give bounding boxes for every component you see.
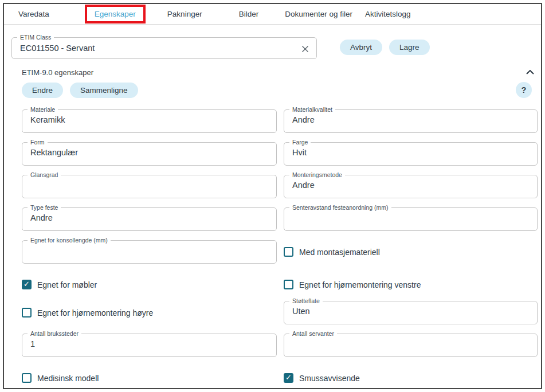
field-label: Antall servanter [289, 330, 337, 338]
field-value: Andre [30, 213, 53, 222]
field-label: Senteravstand festeanordning (mm) [289, 204, 391, 211]
field-label: Materialkvalitet [289, 106, 335, 113]
etim-class-field[interactable]: ETIM Class EC011550 - Servant [11, 37, 317, 59]
antall-servanter-field[interactable]: Antall servanter [284, 334, 538, 357]
field-value: Keramikk [30, 115, 65, 124]
checkbox-medisinsk-modell[interactable]: Medisinsk modell [22, 366, 277, 389]
tab-bar: Varedata Egenskaper Pakninger Bilder Dok… [4, 4, 541, 25]
checkbox-hjornemontering-hoyre[interactable]: Egnet for hjørnemontering høyre [22, 301, 277, 324]
konsollengde-field[interactable]: Egnet for konsollengde (mm) [22, 240, 277, 264]
etim-class-value: EC011550 - Servant [20, 44, 95, 53]
checkbox-label: Medisinsk modell [37, 374, 99, 383]
field-label: Type feste [28, 204, 61, 211]
checkbox-icon [284, 280, 293, 289]
field-value: Uten [292, 307, 310, 316]
form-field[interactable]: Form Rektangulær [22, 142, 277, 166]
form-row: Egnet for konsollengde (mm) Med montasje… [22, 240, 538, 264]
etim-class-label: ETIM Class [17, 34, 54, 41]
field-label: Monteringsmetode [289, 171, 345, 179]
checkbox-label: Smussavvisende [299, 374, 360, 383]
tab-varedata[interactable]: Varedata [18, 10, 49, 18]
tab-pakninger[interactable]: Pakninger [167, 10, 202, 18]
checkbox-egnet-for-mobler[interactable]: Egnet for møbler [22, 273, 277, 296]
clear-icon[interactable] [300, 44, 309, 53]
checkbox-label: Egnet for møbler [37, 280, 97, 289]
form-row: Egnet for hjørnemontering høyre Støttefl… [22, 301, 538, 324]
compare-button[interactable]: Sammenligne [70, 83, 138, 98]
checkbox-med-montasjemateriell[interactable]: Med montasjemateriell [284, 240, 538, 264]
materialkvalitet-field[interactable]: Materialkvalitet Andre [284, 109, 538, 133]
section-title: ETIM-9.0 egenskaper [22, 68, 93, 77]
edit-button[interactable]: Endre [22, 83, 63, 98]
field-label: Egnet for konsollengde (mm) [28, 237, 111, 244]
tab-egenskaper[interactable]: Egenskaper [95, 10, 136, 18]
section-actions: Endre Sammenligne [22, 83, 138, 98]
monteringsmetode-field[interactable]: Monteringsmetode Andre [284, 175, 538, 198]
checkbox-icon [284, 373, 293, 383]
form-row: Form Rektangulær Farge Hvit [22, 142, 538, 166]
etim-properties-form: Materiale Keramikk Materialkvalitet Andr… [22, 109, 538, 389]
field-value: 1 [30, 339, 35, 348]
checkbox-icon [22, 308, 32, 317]
form-row: Materiale Keramikk Materialkvalitet Andr… [22, 109, 538, 133]
checkbox-icon [284, 247, 293, 257]
field-label: Glansgrad [28, 171, 61, 179]
chevron-up-icon[interactable] [525, 68, 535, 76]
checkbox-icon [22, 373, 32, 383]
checkbox-label: Egnet for hjørnemontering høyre [37, 308, 153, 317]
field-value: Andre [292, 115, 315, 124]
materiale-field[interactable]: Materiale Keramikk [22, 109, 277, 133]
field-label: Form [28, 139, 48, 146]
glansgrad-field[interactable]: Glansgrad [22, 175, 277, 198]
app-window: Varedata Egenskaper Pakninger Bilder Dok… [3, 3, 542, 389]
field-value: Andre [292, 181, 315, 190]
checkbox-smussavvisende[interactable]: Smussavvisende [284, 366, 538, 389]
cancel-button[interactable]: Avbryt [340, 40, 382, 55]
type-feste-field[interactable]: Type feste Andre [22, 207, 277, 231]
senteravstand-field[interactable]: Senteravstand festeanordning (mm) [284, 207, 538, 231]
field-label: Farge [289, 139, 311, 146]
form-row: Egnet for møbler Egnet for hjørnemonteri… [22, 273, 538, 296]
save-button[interactable]: Lagre [389, 40, 430, 55]
form-row: Type feste Andre Senteravstand festeanor… [22, 207, 538, 231]
antall-brukssteder-field[interactable]: Antall brukssteder 1 [22, 334, 277, 357]
top-actions: Avbryt Lagre [340, 40, 430, 55]
help-button[interactable]: ? [516, 82, 532, 98]
field-label: Antall brukssteder [28, 330, 81, 338]
checkbox-icon [22, 280, 32, 289]
screenshot-frame: Varedata Egenskaper Pakninger Bilder Dok… [0, 0, 545, 392]
field-value: Hvit [292, 148, 307, 157]
tab-aktivitetslogg[interactable]: Aktivitetslogg [365, 10, 411, 18]
checkbox-label: Med montasjemateriell [299, 248, 380, 257]
tab-bilder[interactable]: Bilder [239, 10, 259, 18]
stotteflate-field[interactable]: Støtteflate Uten [284, 301, 538, 324]
field-label: Støtteflate [289, 297, 323, 305]
field-label: Materiale [28, 106, 58, 113]
tab-dokumenter-og-filer[interactable]: Dokumenter og filer [285, 10, 352, 18]
farge-field[interactable]: Farge Hvit [284, 142, 538, 166]
checkbox-hjornemontering-venstre[interactable]: Egnet for hjørnemontering venstre [284, 273, 538, 296]
form-row: Medisinsk modell Smussavvisende [22, 366, 538, 389]
annotation-box: Egenskaper [85, 5, 146, 23]
field-value: Rektangulær [30, 148, 78, 157]
form-row: Glansgrad Monteringsmetode Andre [22, 175, 538, 198]
form-row: Antall brukssteder 1 Antall servanter [22, 334, 538, 357]
checkbox-label: Egnet for hjørnemontering venstre [299, 280, 421, 289]
